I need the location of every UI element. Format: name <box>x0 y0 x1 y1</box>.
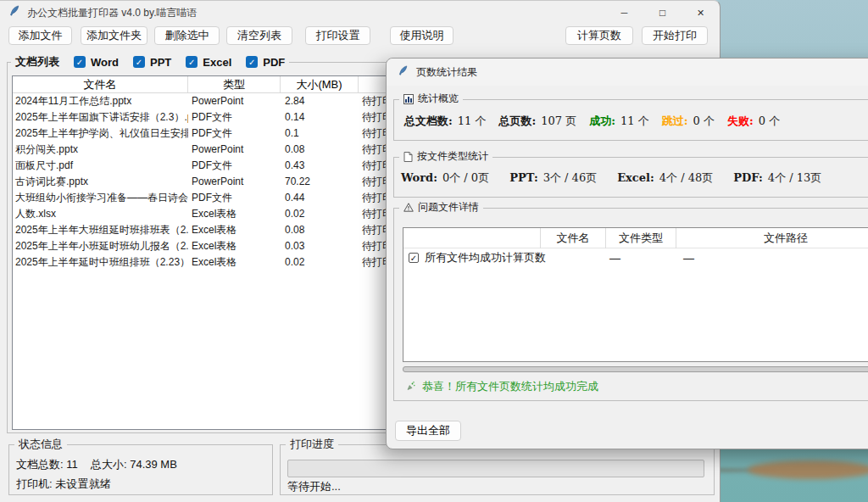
filter-pdf-label: PDF <box>263 56 285 69</box>
start-print-button[interactable]: 开始打印 <box>642 26 708 45</box>
file-size: 0.1 <box>281 126 359 142</box>
problem-row[interactable]: ✓ 所有文件均成功计算页数 — — <box>403 248 868 267</box>
wallpaper-reed-island <box>748 460 868 479</box>
problem-files-group-label: 问题文件详情 <box>399 200 483 215</box>
file-name: 2025年上半年护学岗、礼仪值日生安排 <box>13 126 188 142</box>
bar-chart-icon <box>403 94 414 104</box>
file-type: Excel表格 <box>188 254 281 271</box>
filter-excel[interactable]: ✓ Excel <box>186 56 231 69</box>
file-type: Excel表格 <box>188 238 281 254</box>
file-type: Excel表格 <box>188 222 281 238</box>
file-type: PDF文件 <box>188 158 281 174</box>
file-name: 积分闯关.pptx <box>13 142 188 158</box>
overview-group: 统计概览 总文档数:11 个 总页数:107 页 成功:11 个 跳过:0 个 … <box>393 99 868 141</box>
filter-pdf[interactable]: ✓ PDF <box>246 56 285 69</box>
by-type-group-label: 按文件类型统计 <box>399 149 492 164</box>
ppt-checkbox-checked-icon[interactable]: ✓ <box>133 56 145 68</box>
filter-ppt[interactable]: ✓ PPT <box>133 56 171 69</box>
print-progress-group: 打印进度 等待开始... <box>280 444 715 495</box>
export-all-button[interactable]: 导出全部 <box>395 421 461 441</box>
print-progress-title: 打印进度 <box>286 437 338 452</box>
stat-success: 成功:11 个 <box>589 114 649 129</box>
horizontal-scrollbar[interactable] <box>403 366 868 372</box>
file-size: 2.84 <box>281 93 359 109</box>
column-header-size[interactable]: 大小(MB) <box>281 76 359 92</box>
success-message-text: 恭喜！所有文件页数统计均成功完成 <box>422 379 598 394</box>
dialog-title: 页数统计结果 <box>416 65 477 80</box>
ready-text: 就绪 <box>89 477 111 492</box>
stat-total-pages: 总页数:107 页 <box>499 114 577 129</box>
progress-bar <box>287 460 704 477</box>
stat-pdf: PDF:4个 / 13页 <box>733 170 821 186</box>
file-type: PDF文件 <box>188 190 281 206</box>
warning-icon <box>403 203 414 212</box>
by-type-group: 按文件类型统计 Word:0个 / 0页 PPT:3个 / 46页 Excel:… <box>393 157 868 198</box>
status-info-group: 状态信息 文档总数: 11 总大小: 74.39 MB 打印机: 未设置 就绪 <box>8 444 273 495</box>
file-name: 古诗词比赛.pptx <box>13 174 188 190</box>
success-message: 恭喜！所有文件页数统计均成功完成 <box>406 379 598 394</box>
column-header-filename[interactable]: 文件名 <box>13 76 188 92</box>
document-list-group-label: 文档列表 ✓ Word ✓ PPT ✓ Excel ✓ PDF <box>11 54 289 70</box>
stat-excel: Excel:4个 / 48页 <box>617 170 713 186</box>
file-size: 0.03 <box>281 238 359 254</box>
problem-files-group: 问题文件详情 文件名 文件类型 文件路径 ✓ 所有文件均成功计算页数 — — 恭… <box>393 208 868 401</box>
status-info-title: 状态信息 <box>14 437 67 452</box>
column-header-filename[interactable]: 文件名 <box>541 228 606 248</box>
caption-buttons: ─ □ ✕ <box>605 1 720 25</box>
window-title: 办公文档批量打印器 v4.0 by.喵言喵语 <box>27 6 197 20</box>
file-type: PowerPoint <box>188 174 281 190</box>
file-size: 0.08 <box>281 142 359 158</box>
file-size: 0.08 <box>281 222 359 238</box>
file-name: 人数.xlsx <box>13 206 188 222</box>
column-header-filepath[interactable]: 文件路径 <box>676 228 868 248</box>
overview-title: 统计概览 <box>418 92 459 106</box>
problem-files-title: 问题文件详情 <box>418 200 479 215</box>
file-type: PDF文件 <box>188 109 281 126</box>
stat-failed: 失败:0 个 <box>727 114 780 129</box>
file-size: 0.02 <box>281 254 359 271</box>
stat-total-docs: 总文档数:11 个 <box>404 114 487 129</box>
problem-row-name: 所有文件均成功计算页数 <box>425 250 546 265</box>
dialog-titlebar: 页数统计结果 <box>387 59 868 86</box>
file-type: PowerPoint <box>188 142 281 158</box>
problem-row-checkbox-checked-icon[interactable]: ✓ <box>409 253 419 263</box>
file-name: 2025年上半年延时中班组排班（2.23） <box>13 254 188 271</box>
file-name: 2024年11月工作总结.pptx <box>13 93 188 109</box>
total-size-text: 总大小: 74.39 MB <box>91 457 177 472</box>
column-header-tree[interactable] <box>403 228 541 248</box>
app-feather-icon <box>8 5 20 20</box>
pdf-checkbox-checked-icon[interactable]: ✓ <box>246 56 258 68</box>
page-count-dialog: 页数统计结果 统计概览 总文档数:11 个 总页数:107 页 成功:11 个 … <box>386 58 868 449</box>
problem-row-path: — <box>683 252 694 265</box>
filter-word[interactable]: ✓ Word <box>74 56 119 69</box>
problem-table: 文件名 文件类型 文件路径 ✓ 所有文件均成功计算页数 — — <box>403 227 868 362</box>
add-folder-button[interactable]: 添加文件夹 <box>81 26 147 45</box>
problem-table-header: 文件名 文件类型 文件路径 <box>403 228 868 248</box>
file-size: 0.44 <box>281 190 359 206</box>
column-header-filetype[interactable]: 文件类型 <box>606 228 676 248</box>
maximize-button[interactable]: □ <box>643 1 682 25</box>
close-button[interactable]: ✕ <box>682 1 720 25</box>
clear-list-button[interactable]: 清空列表 <box>226 26 292 45</box>
file-name: 2025年上半年小班延时班幼儿报名（2.2 <box>13 238 188 254</box>
help-button[interactable]: 使用说明 <box>390 26 453 45</box>
file-type: Excel表格 <box>188 206 281 222</box>
filter-word-label: Word <box>91 56 119 69</box>
document-icon <box>403 152 413 162</box>
printer-text: 打印机: 未设置 <box>16 477 88 492</box>
stat-skipped: 跳过:0 个 <box>662 114 715 129</box>
word-checkbox-checked-icon[interactable]: ✓ <box>74 56 86 68</box>
filter-excel-label: Excel <box>203 56 231 69</box>
stat-ppt: PPT:3个 / 46页 <box>509 170 597 186</box>
add-files-button[interactable]: 添加文件 <box>8 26 72 45</box>
delete-selected-button[interactable]: 删除选中 <box>154 26 220 45</box>
count-pages-button[interactable]: 计算页数 <box>565 26 633 45</box>
minimize-button[interactable]: ─ <box>605 1 643 25</box>
excel-checkbox-checked-icon[interactable]: ✓ <box>186 56 198 68</box>
problem-row-type: — <box>609 252 620 265</box>
column-header-type[interactable]: 类型 <box>188 76 281 92</box>
file-size: 70.22 <box>281 174 359 190</box>
stat-word: Word:0个 / 0页 <box>401 170 489 186</box>
filter-ppt-label: PPT <box>150 56 171 69</box>
print-settings-button[interactable]: 打印设置 <box>305 26 370 45</box>
